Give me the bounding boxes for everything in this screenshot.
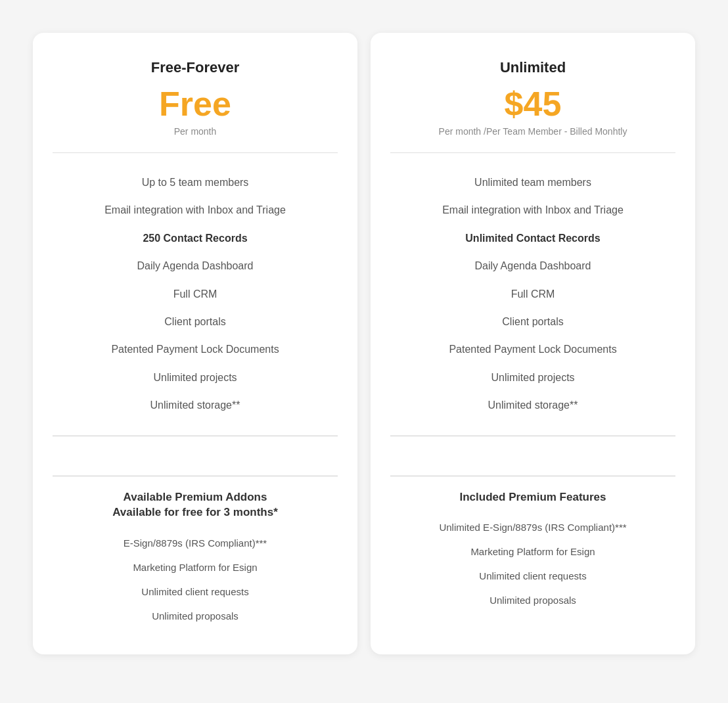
feature-item-unlimited-2: Unlimited Contact Records	[390, 225, 675, 252]
divider-bottom-unlimited	[390, 476, 675, 476]
addons-list-unlimited: Unlimited E-Sign/8879s (IRS Compliant)**…	[390, 515, 675, 612]
addon-item-unlimited-1: Marketing Platform for Esign	[390, 539, 675, 564]
addons-section-unlimited: Included Premium FeaturesUnlimited E-Sig…	[390, 489, 675, 613]
divider-bottom-free	[53, 476, 338, 476]
addons-title-free: Available Premium AddonsAvailable for fr…	[53, 489, 338, 521]
feature-item-unlimited-5: Client portals	[390, 308, 675, 336]
addon-item-unlimited-3: Unlimited proposals	[390, 588, 675, 612]
feature-item-free-1: Email integration with Inbox and Triage	[53, 196, 338, 224]
plan-price-sub-unlimited: Per month /Per Team Member - Billed Monh…	[390, 126, 675, 137]
feature-item-unlimited-3: Daily Agenda Dashboard	[390, 252, 675, 280]
feature-item-free-6: Patented Payment Lock Documents	[53, 336, 338, 363]
feature-item-unlimited-0: Unlimited team members	[390, 169, 675, 196]
addons-list-free: E-Sign/8879s (IRS Compliant)***Marketing…	[53, 531, 338, 628]
pricing-card-unlimited: Unlimited$45Per month /Per Team Member -…	[371, 33, 695, 654]
addon-item-free-1: Marketing Platform for Esign	[53, 555, 338, 579]
addon-item-free-0: E-Sign/8879s (IRS Compliant)***	[53, 531, 338, 555]
feature-item-free-2: 250 Contact Records	[53, 225, 338, 252]
addon-item-free-2: Unlimited client requests	[53, 579, 338, 604]
feature-item-free-5: Client portals	[53, 308, 338, 336]
addon-item-free-3: Unlimited proposals	[53, 604, 338, 628]
features-list-unlimited: Unlimited team membersEmail integration …	[390, 169, 675, 420]
features-list-free: Up to 5 team membersEmail integration wi…	[53, 169, 338, 420]
divider-top-free	[53, 436, 338, 436]
addons-title-unlimited: Included Premium Features	[390, 489, 675, 505]
feature-item-free-8: Unlimited storage**	[53, 392, 338, 419]
card-header-unlimited: Unlimited$45Per month /Per Team Member -…	[390, 59, 675, 153]
feature-item-unlimited-7: Unlimited projects	[390, 364, 675, 392]
feature-item-unlimited-4: Full CRM	[390, 281, 675, 308]
pricing-card-free: Free-ForeverFreePer monthUp to 5 team me…	[33, 33, 357, 654]
plan-price-unlimited: $45	[390, 87, 675, 121]
feature-item-free-3: Daily Agenda Dashboard	[53, 252, 338, 280]
feature-item-unlimited-8: Unlimited storage**	[390, 392, 675, 419]
feature-item-free-4: Full CRM	[53, 281, 338, 308]
pricing-container: Free-ForeverFreePer monthUp to 5 team me…	[13, 13, 715, 674]
addon-item-unlimited-0: Unlimited E-Sign/8879s (IRS Compliant)**…	[390, 515, 675, 539]
plan-name-unlimited: Unlimited	[390, 59, 675, 76]
card-header-free: Free-ForeverFreePer month	[53, 59, 338, 153]
addons-section-free: Available Premium AddonsAvailable for fr…	[53, 489, 338, 629]
divider-top-unlimited	[390, 436, 675, 436]
feature-item-free-7: Unlimited projects	[53, 364, 338, 392]
addon-item-unlimited-2: Unlimited client requests	[390, 564, 675, 588]
feature-item-free-0: Up to 5 team members	[53, 169, 338, 196]
plan-price-free: Free	[53, 87, 338, 121]
feature-item-unlimited-6: Patented Payment Lock Documents	[390, 336, 675, 363]
plan-price-sub-free: Per month	[53, 126, 338, 137]
plan-name-free: Free-Forever	[53, 59, 338, 76]
feature-item-unlimited-1: Email integration with Inbox and Triage	[390, 196, 675, 224]
